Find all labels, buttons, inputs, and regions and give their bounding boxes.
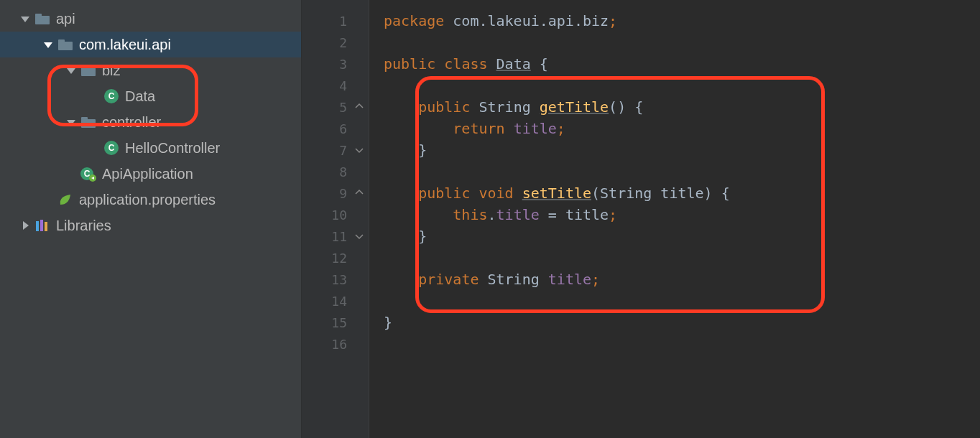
svg-rect-1 [35, 16, 50, 24]
folder-icon [34, 11, 50, 27]
chevron-down-icon [20, 14, 30, 24]
line-number: 1 [339, 14, 347, 29]
chevron-down-icon [43, 39, 53, 50]
line-number: 2 [339, 35, 347, 50]
code-area[interactable]: package com.lakeui.api.biz; public class… [369, 0, 980, 438]
fold-end-icon[interactable] [354, 145, 364, 155]
tree-class-data[interactable]: C Data [0, 83, 301, 109]
tree-libraries[interactable]: Libraries [0, 213, 301, 238]
code-line [384, 75, 980, 96]
code-line [384, 290, 980, 312]
svg-text:C: C [108, 143, 115, 153]
line-number: 12 [331, 251, 347, 266]
folder-icon [80, 114, 96, 130]
code-line: } [384, 139, 980, 161]
svg-rect-4 [58, 42, 73, 50]
fold-end-icon[interactable] [354, 231, 364, 241]
spring-boot-icon: C [80, 166, 96, 182]
line-number: 14 [331, 294, 347, 309]
line-number: 9 [339, 186, 347, 201]
class-icon: C [103, 140, 119, 156]
svg-rect-7 [81, 67, 96, 76]
tree-label: controller [102, 114, 161, 131]
line-number: 11 [331, 229, 347, 244]
tree-file-application-properties[interactable]: application.properties [0, 187, 301, 213]
tree-folder-api[interactable]: api [0, 6, 301, 32]
tree-class-hellocontroller[interactable]: C HelloController [0, 135, 301, 161]
tree-label: Libraries [56, 218, 111, 234]
code-line: package com.lakeui.api.biz; [384, 10, 980, 32]
tree-package-biz[interactable]: biz [0, 57, 301, 83]
svg-marker-0 [21, 17, 29, 22]
code-line: public void setTitle(String title) { [384, 182, 980, 204]
tree-package-controller[interactable]: controller [0, 109, 301, 135]
tree-class-apiapplication[interactable]: C ApiApplication [0, 161, 301, 187]
code-line: return title; [384, 118, 980, 139]
svg-rect-22 [40, 220, 43, 231]
line-number: 6 [339, 121, 347, 136]
code-line [384, 333, 980, 355]
svg-marker-11 [67, 120, 75, 126]
code-line [384, 161, 980, 182]
svg-rect-2 [35, 14, 42, 17]
line-number: 10 [331, 208, 347, 223]
code-editor[interactable]: 1 2 3 4 5 6 7 8 9 10 11 12 13 14 15 16 [302, 0, 980, 438]
tree-label: ApiApplication [102, 166, 193, 182]
code-line: } [384, 225, 980, 247]
code-line: public class Data { [384, 53, 980, 75]
line-number: 5 [339, 100, 347, 115]
tree-label: HelloController [125, 140, 220, 157]
folder-icon [57, 37, 73, 52]
line-number: 7 [339, 143, 347, 158]
code-line: this.title = title; [384, 204, 980, 225]
chevron-down-icon [66, 117, 76, 127]
fold-start-icon[interactable] [354, 188, 364, 198]
line-number: 16 [331, 337, 347, 352]
spring-leaf-icon [57, 192, 73, 208]
svg-marker-20 [23, 221, 29, 230]
svg-marker-3 [44, 42, 52, 48]
svg-rect-5 [58, 39, 65, 42]
chevron-down-icon [66, 65, 76, 75]
line-number: 8 [339, 164, 347, 180]
svg-rect-13 [81, 117, 88, 120]
libraries-icon [34, 218, 50, 233]
spacer [89, 143, 99, 153]
tree-label: api [56, 11, 75, 27]
code-line: } [384, 312, 980, 333]
tree-label: application.properties [79, 192, 216, 208]
svg-text:C: C [108, 91, 115, 101]
svg-rect-12 [81, 119, 96, 128]
folder-icon [80, 62, 96, 78]
spacer [66, 169, 76, 179]
tree-package-com-lakeui-api[interactable]: com.lakeui.api [0, 32, 301, 57]
code-line: private String title; [384, 269, 980, 290]
svg-rect-8 [81, 65, 88, 68]
tree-label: Data [125, 88, 155, 105]
code-line: public String getTitle() { [384, 96, 980, 118]
spacer [89, 91, 99, 101]
tree-label: com.lakeui.api [79, 37, 171, 53]
line-number: 3 [339, 57, 347, 72]
svg-rect-21 [36, 221, 39, 231]
code-line [384, 247, 980, 269]
tree-label: biz [102, 62, 121, 79]
svg-marker-6 [67, 68, 75, 74]
svg-rect-23 [45, 222, 47, 231]
project-tree[interactable]: api com.lakeui.api biz C Dat [0, 0, 302, 438]
code-line [384, 32, 980, 53]
line-number: 4 [339, 78, 347, 93]
fold-start-icon[interactable] [354, 102, 364, 112]
spacer [43, 195, 53, 205]
line-number: 13 [331, 272, 347, 287]
editor-gutter: 1 2 3 4 5 6 7 8 9 10 11 12 13 14 15 16 [302, 0, 369, 438]
chevron-right-icon [20, 220, 30, 230]
class-icon: C [103, 88, 119, 104]
line-number: 15 [331, 315, 347, 330]
